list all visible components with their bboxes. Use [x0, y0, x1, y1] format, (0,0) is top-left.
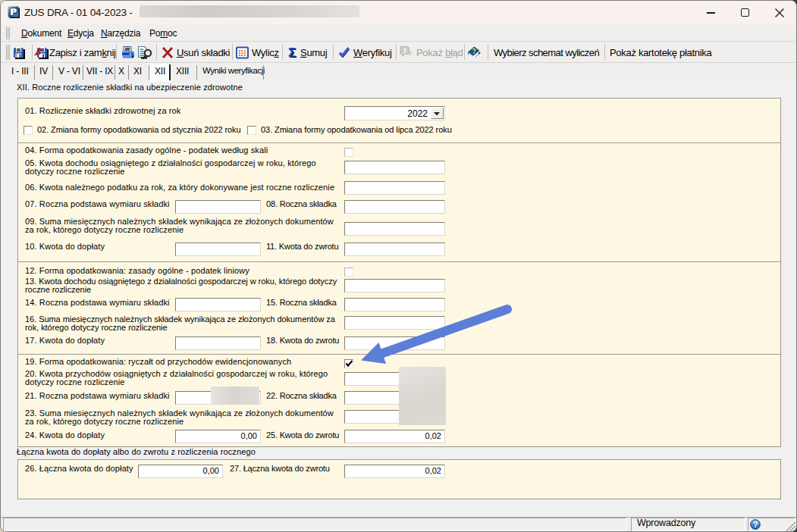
svg-text:?: ? — [753, 520, 758, 529]
svg-text:Σ: Σ — [288, 47, 296, 59]
